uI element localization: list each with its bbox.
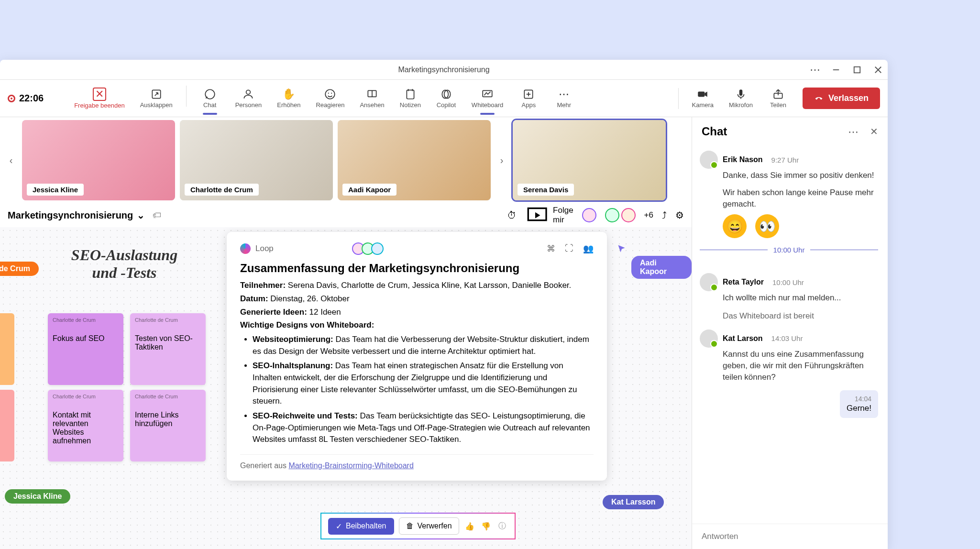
chat-message: Reta Taylor 10:00 Uhr Ich wollte mich nu… xyxy=(700,273,878,322)
avatar xyxy=(605,208,619,222)
avatar xyxy=(700,329,718,348)
message-time: 10:00 Uhr xyxy=(772,278,804,286)
participant-tile[interactable]: Aadi Kapoor xyxy=(338,120,491,200)
timer-icon[interactable]: ⏱ xyxy=(507,210,517,221)
avatar xyxy=(582,208,596,222)
popout-button[interactable]: Ausklappen xyxy=(133,86,179,111)
share-button[interactable]: Teilen xyxy=(761,86,795,110)
thumbs-down-button[interactable]: 👎 xyxy=(480,520,492,532)
scroll-right-button[interactable]: › xyxy=(496,154,508,166)
keep-button[interactable]: ✓ Beibehalten xyxy=(328,518,394,535)
maximize-button[interactable] xyxy=(852,65,862,75)
camera-button[interactable]: Kamera xyxy=(685,86,721,110)
apps-icon xyxy=(522,88,535,100)
window-controls xyxy=(810,65,883,75)
info-button[interactable]: ⓘ xyxy=(496,520,508,532)
message-text: Kannst du uns eine Zusammenfassung geben… xyxy=(723,349,878,383)
participant-tile[interactable]: Jessica Kline xyxy=(22,120,175,200)
whiteboard-canvas[interactable]: SEO-Auslastung und -Tests Charlotte de C… xyxy=(0,227,692,549)
source-link[interactable]: Marketing-Brainstorming-Whiteboard xyxy=(288,461,413,470)
raise-hand-button[interactable]: ✋ Erhöhen xyxy=(270,86,307,111)
cursor-label: Kat Larsson xyxy=(603,495,664,509)
tag-icon[interactable]: 🏷 xyxy=(153,210,161,220)
follow-me-button[interactable]: Folge mir xyxy=(525,203,573,227)
sticky-note[interactable]: Charlotte de Crum Interne Links hinzufüg… xyxy=(130,390,206,461)
video-strip: ‹ Jessica Kline Charlotte de Crum Aadi K… xyxy=(0,117,692,203)
apps-button[interactable]: Apps xyxy=(512,86,545,111)
leave-button[interactable]: Verlassen xyxy=(803,88,880,109)
thumbs-up-button[interactable]: 👍 xyxy=(464,520,475,532)
discard-button[interactable]: 🗑 Verwerfen xyxy=(399,517,459,535)
sticky-note-partial[interactable] xyxy=(0,313,14,385)
people-icon[interactable]: 👥 xyxy=(583,243,594,254)
teams-meeting-window: Marketingsynchronisierung 22:06 ✕ Freiga… xyxy=(0,60,888,549)
participant-tile-active[interactable]: Serena Davis xyxy=(513,120,666,200)
copilot-button[interactable]: Copilot xyxy=(429,86,463,111)
view-button[interactable]: Ansehen xyxy=(353,86,391,111)
expand-icon[interactable]: ⛶ xyxy=(565,243,573,254)
extra-count[interactable]: +6 xyxy=(644,210,653,220)
time-divider: 10:00 Uhr xyxy=(700,246,878,254)
participant-tile[interactable]: Charlotte de Crum xyxy=(180,120,333,200)
loop-actions: ⌘ ⛶ 👥 xyxy=(547,243,594,254)
more-button[interactable]: Mehr xyxy=(547,86,581,111)
loop-component[interactable]: Loop ⌘ ⛶ 👥 Zusammenfassung der Marketin xyxy=(227,232,607,481)
chat-button[interactable]: Chat xyxy=(193,86,227,111)
whiteboard-icon xyxy=(481,88,494,100)
window-title: Marketingsynchronisierung xyxy=(398,66,489,74)
divider xyxy=(186,86,187,107)
sticky-note[interactable]: Charlotte de Crum Kontakt mit relevanten… xyxy=(48,390,123,461)
sticky-note-partial[interactable] xyxy=(0,390,14,461)
more-icon[interactable] xyxy=(810,65,820,75)
toolbar-right: Kamera Mikrofon Teilen Verlassen xyxy=(673,86,880,110)
more-icon[interactable] xyxy=(848,125,859,138)
loop-logo-icon xyxy=(240,243,251,254)
svg-point-6 xyxy=(246,90,251,94)
react-button[interactable]: Reagieren xyxy=(309,86,351,111)
avatar-group[interactable] xyxy=(605,208,636,222)
chat-icon xyxy=(204,88,216,100)
sender-name: Reta Taylor xyxy=(723,278,764,286)
more-icon xyxy=(558,88,570,100)
close-button[interactable] xyxy=(873,65,883,75)
scroll-left-button[interactable]: ‹ xyxy=(5,154,17,166)
whiteboard-title[interactable]: Marketingsynchronisierung ⌄ xyxy=(8,209,145,221)
reply-input[interactable] xyxy=(702,532,878,541)
sticky-group-title: SEO-Auslastung und -Tests xyxy=(57,246,191,282)
emoji-laugh-icon[interactable]: 😄 xyxy=(723,214,747,238)
stop-sharing-button[interactable]: ✕ Freigabe beenden xyxy=(67,86,132,111)
trash-icon: 🗑 xyxy=(406,522,414,530)
svg-rect-1 xyxy=(854,66,860,73)
cursor-label: Aadi Kapoor xyxy=(631,256,692,279)
message-bubble: 14:04 Gerne! xyxy=(840,390,878,418)
content-area: ‹ Jessica Kline Charlotte de Crum Aadi K… xyxy=(0,117,692,549)
loop-avatars xyxy=(355,242,384,255)
sticky-note[interactable]: Charlotte de Crum Fokus auf SEO xyxy=(48,313,123,385)
chat-messages[interactable]: Erik Nason 9:27 Uhr Danke, dass Sie imme… xyxy=(692,146,888,524)
sticky-note[interactable]: Charlotte de Crum Testen von SEO-Taktike… xyxy=(130,313,206,385)
gear-icon[interactable]: ⚙ xyxy=(675,209,684,221)
svg-rect-21 xyxy=(698,92,705,97)
cursor-label: Jessica Kline xyxy=(5,489,70,504)
grid-icon[interactable]: ⌘ xyxy=(547,243,555,254)
people-button[interactable]: Personen xyxy=(229,86,269,111)
minimize-button[interactable] xyxy=(831,65,841,75)
participant-name: Jessica Kline xyxy=(27,184,84,196)
chat-header: Chat ✕ xyxy=(692,117,888,146)
avatar-group[interactable] xyxy=(582,208,596,222)
titlebar: Marketingsynchronisierung xyxy=(0,60,888,80)
message-text: Das Whiteboard ist bereit xyxy=(723,310,878,322)
svg-point-9 xyxy=(331,93,332,94)
chevron-down-icon: ⌄ xyxy=(137,209,145,221)
close-icon[interactable]: ✕ xyxy=(870,126,878,137)
mic-button[interactable]: Mikrofon xyxy=(722,86,760,110)
svg-point-8 xyxy=(328,93,329,94)
whiteboard-button[interactable]: Whiteboard xyxy=(465,86,510,111)
emoji-eyes-icon[interactable]: 👀 xyxy=(755,214,779,238)
meeting-toolbar: 22:06 ✕ Freigabe beenden Ausklappen Chat… xyxy=(0,80,888,117)
avatar xyxy=(371,242,384,255)
camera-icon xyxy=(696,88,709,100)
notes-button[interactable]: Notizen xyxy=(393,86,428,111)
loop-heading: Zusammenfassung der Marketingsynchronisi… xyxy=(240,262,594,275)
share-icon[interactable]: ⤴ xyxy=(662,210,667,221)
